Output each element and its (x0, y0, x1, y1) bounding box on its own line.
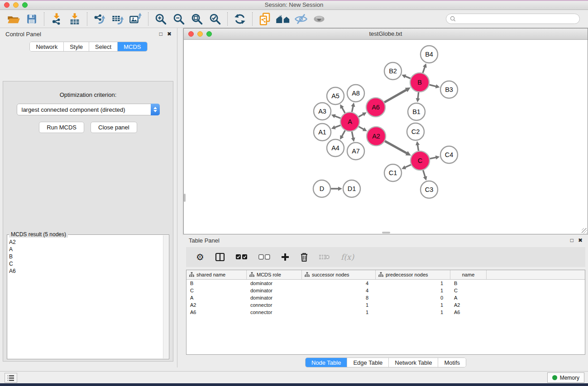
graph-node-C1[interactable]: C1 (384, 164, 402, 181)
table-cell[interactable]: 8 (302, 294, 376, 301)
tab-select[interactable]: Select (89, 42, 118, 51)
table-cell[interactable]: 1 (376, 280, 450, 287)
graph-node-A4[interactable]: A4 (327, 139, 344, 157)
run-mcds-button[interactable]: Run MCDS (39, 122, 84, 133)
graph-edge-A6-B[interactable] (384, 87, 411, 102)
table-row[interactable]: A6connector11A6 (186, 309, 585, 316)
column-header-shared-name[interactable]: shared name (186, 270, 247, 279)
gear-icon[interactable]: ⚙ (196, 253, 204, 262)
table-cell[interactable]: A (186, 294, 247, 301)
graph-edge-B-B2[interactable] (402, 74, 410, 78)
graph-node-A2[interactable]: A2 (367, 127, 386, 146)
graph-node-C[interactable]: C (411, 151, 430, 170)
export-network-icon[interactable] (91, 11, 109, 27)
export-table-icon[interactable] (109, 11, 127, 27)
new-network-icon[interactable] (256, 11, 274, 27)
first-neighbors-icon[interactable] (274, 11, 292, 27)
import-network-icon[interactable] (48, 11, 66, 27)
table-cell[interactable]: 4 (302, 287, 376, 294)
table-cell[interactable]: 1 (376, 309, 450, 316)
network-window-titlebar[interactable]: testGlobe.txt (184, 29, 588, 40)
graph-node-B[interactable]: B (410, 73, 429, 92)
graph-node-A3[interactable]: A3 (314, 103, 331, 120)
table-tab-edge-table[interactable]: Edge Table (347, 358, 389, 367)
graph-node-B4[interactable]: B4 (421, 46, 438, 63)
graph-node-B2[interactable]: B2 (384, 62, 402, 80)
mcds-result-item[interactable]: C (9, 260, 163, 267)
table-cell[interactable]: dominator (247, 280, 302, 287)
zoom-selected-icon[interactable] (206, 11, 224, 27)
graph-node-A8[interactable]: A8 (347, 85, 364, 102)
graph-node-A1[interactable]: A1 (314, 124, 331, 141)
export-image-icon[interactable] (127, 11, 145, 27)
mcds-result-item[interactable]: A2 (9, 238, 163, 246)
column-header-successor-nodes[interactable]: successor nodes (302, 270, 376, 279)
delete-icon[interactable] (300, 253, 308, 262)
search-input[interactable] (458, 16, 576, 22)
graph-edge-A-A6[interactable] (359, 112, 367, 117)
mcds-result-item[interactable]: B (9, 253, 163, 260)
table-cell[interactable]: connector (247, 301, 302, 309)
horizontal-scrollbar[interactable] (382, 232, 390, 234)
show-all-icon[interactable] (310, 11, 328, 27)
network-canvas[interactable]: B4B2BB3B1A5A8A6A3AA1A2C2A4A7C4CC1C3DD1 (184, 40, 588, 234)
graph-edge-C-C4[interactable] (430, 155, 440, 159)
criterion-dropdown[interactable]: largest connected component (directed) (17, 104, 160, 115)
graph-edge-B-B4[interactable] (423, 63, 427, 73)
table-row[interactable]: Bdominator41B (186, 280, 585, 287)
table-cell[interactable]: A2 (450, 301, 487, 309)
split-columns-icon[interactable] (215, 253, 225, 262)
tab-style[interactable]: Style (64, 42, 89, 51)
result-scrollbar[interactable] (163, 235, 168, 358)
graph-node-A6[interactable]: A6 (366, 98, 385, 117)
table-cell[interactable]: 1 (302, 301, 376, 309)
table-row[interactable]: A2connector11A2 (186, 301, 585, 309)
table-cell[interactable]: 1 (376, 287, 450, 294)
table-cell[interactable]: 4 (302, 280, 376, 287)
column-header-predecessor-nodes[interactable]: predecessor nodes (376, 270, 450, 279)
table-cell[interactable]: A2 (186, 301, 247, 309)
mcds-result-item[interactable]: A (9, 246, 163, 253)
graph-edge-A-A3[interactable] (331, 114, 341, 118)
table-cell[interactable]: C (450, 287, 487, 294)
graph-node-C2[interactable]: C2 (407, 123, 424, 140)
memory-button[interactable]: Memory (547, 372, 584, 383)
graph-edge-B-B3[interactable] (429, 84, 440, 88)
import-table-icon[interactable] (66, 11, 84, 27)
graph-edge-A-A1[interactable] (331, 125, 341, 129)
graph-node-B1[interactable]: B1 (408, 103, 425, 120)
graph-edge-A-A4[interactable] (340, 130, 345, 139)
graph-edge-A2-C[interactable] (385, 141, 411, 156)
graph-node-A5[interactable]: A5 (327, 87, 344, 105)
close-panel-icon[interactable]: ✖ (167, 31, 172, 37)
zoom-in-icon[interactable] (152, 11, 170, 27)
zoom-fit-icon[interactable] (188, 11, 206, 27)
table-cell[interactable]: A6 (186, 309, 247, 316)
tab-network[interactable]: Network (30, 42, 64, 51)
graph-edge-D-D1[interactable] (331, 186, 342, 191)
table-tab-network-table[interactable]: Network Table (389, 358, 438, 367)
table-cell[interactable]: C (186, 287, 247, 294)
save-icon[interactable] (23, 11, 41, 27)
graph-node-A7[interactable]: A7 (347, 143, 364, 160)
mcds-result-item[interactable]: A6 (9, 267, 163, 275)
table-cell[interactable]: A6 (450, 309, 487, 316)
open-folder-icon[interactable] (5, 11, 23, 27)
table-cell[interactable]: 0 (376, 294, 450, 301)
graph-node-A[interactable]: A (340, 112, 359, 131)
close-table-panel-icon[interactable]: ✖ (578, 238, 583, 243)
table-cell[interactable]: 1 (376, 301, 450, 309)
table-cell[interactable]: connector (247, 309, 302, 316)
graph-node-D1[interactable]: D1 (343, 180, 360, 197)
unchecked-boxes-icon[interactable] (258, 254, 270, 260)
graph-edge-A-A7[interactable] (351, 132, 355, 142)
layout-refresh-icon[interactable] (231, 11, 249, 27)
close-panel-button[interactable]: Close panel (91, 122, 137, 133)
table-row[interactable]: Adominator80A (186, 294, 585, 301)
table-cell[interactable]: B (186, 280, 247, 287)
column-header-MCDS-role[interactable]: MCDS role (247, 270, 302, 279)
graph-edge-A-A2[interactable] (359, 127, 367, 131)
resize-grip[interactable] (582, 228, 587, 234)
table-tab-node-table[interactable]: Node Table (306, 358, 348, 367)
float-panel-icon[interactable]: □ (159, 31, 163, 37)
